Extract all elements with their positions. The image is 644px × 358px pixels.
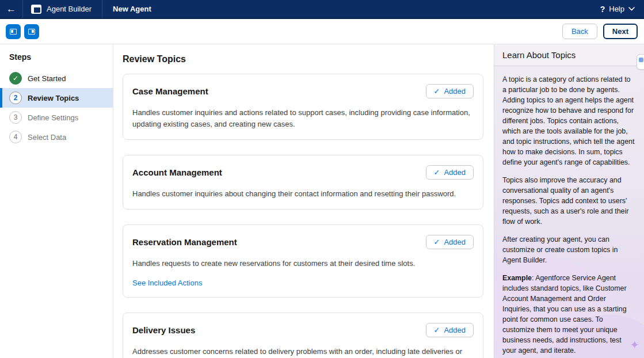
page-title: Review Topics	[123, 54, 483, 64]
help-paragraph: Topics also improve the accuracy and con…	[502, 176, 635, 227]
topic-card-header: Account Management ✓ Added	[132, 165, 474, 180]
panel-collapse-handle[interactable]	[637, 54, 644, 70]
main-content: Review Topics Case Management ✓ Added Ha…	[113, 44, 494, 358]
record-name: New Agent	[113, 5, 151, 13]
toggle-right-panel-button[interactable]	[24, 24, 39, 39]
topics-list: Case Management ✓ Added Handles customer…	[123, 74, 483, 358]
next-button[interactable]: Next	[603, 24, 638, 39]
topic-card-header: Reservation Management ✓ Added	[132, 235, 474, 249]
help-label: Help	[609, 5, 624, 13]
check-icon: ✓	[434, 326, 440, 334]
step-item-define-settings[interactable]: 3 Define Settings	[0, 108, 113, 127]
chevron-down-icon	[628, 7, 635, 11]
topic-description: Handles requests to create new reservati…	[132, 258, 474, 269]
topic-name: Case Management	[132, 86, 208, 96]
left-panel-icon	[10, 29, 17, 35]
steps-title: Steps	[9, 52, 104, 62]
topic-added-button[interactable]: ✓ Added	[426, 235, 474, 249]
step-label: Review Topics	[28, 94, 79, 102]
right-panel-icon	[28, 29, 35, 35]
check-icon: ✓	[434, 168, 440, 177]
topic-status-label: Added	[444, 238, 466, 246]
step-indicator: 3	[9, 111, 22, 124]
step-item-review-topics[interactable]: 2 Review Topics	[0, 88, 113, 108]
topic-card: Account Management ✓ Added Handles custo…	[123, 155, 483, 210]
app-title-section: Agent Builder	[23, 0, 102, 18]
topic-added-button[interactable]: ✓ Added	[426, 165, 474, 180]
record-name-tab: New Agent	[102, 0, 162, 18]
top-navbar: ← Agent Builder New Agent ? Help	[0, 0, 644, 19]
example-text: : Agentforce Service Agent includes stan…	[502, 274, 627, 355]
action-toolbar: Back Next	[0, 19, 644, 44]
step-indicator: ✓	[9, 72, 22, 85]
topic-description: Handles customer inquiries and actions r…	[132, 107, 474, 130]
topic-added-button[interactable]: ✓ Added	[426, 84, 474, 98]
topic-description: Addresses customer concerns related to d…	[132, 346, 474, 358]
topic-card-header: Delivery Issues ✓ Added	[132, 323, 474, 337]
steps-list: ✓ Get Started 2 Review Topics 3 Define S…	[0, 68, 113, 147]
help-panel-title: Learn About Topics	[494, 44, 644, 66]
help-icon: ?	[600, 5, 605, 14]
help-panel-body: A topic is a category of actions related…	[494, 66, 644, 358]
help-paragraph: A topic is a category of actions related…	[502, 75, 635, 168]
step-item-select-data[interactable]: 4 Select Data	[0, 127, 113, 147]
check-icon: ✓	[434, 238, 440, 246]
topic-description: Handles customer inquiries about changin…	[132, 188, 474, 200]
help-example-paragraph: Example: Agentforce Service Agent includ…	[502, 273, 635, 356]
help-paragraph: After creating your agent, you can custo…	[502, 235, 635, 266]
step-label: Define Settings	[28, 113, 78, 122]
app-name: Agent Builder	[47, 5, 92, 13]
topic-added-button[interactable]: ✓ Added	[426, 323, 474, 337]
back-arrow-icon: ←	[6, 3, 16, 15]
topic-name: Delivery Issues	[132, 325, 195, 335]
steps-sidebar: Steps ✓ Get Started 2 Review Topics 3 De…	[0, 44, 113, 358]
topic-card-header: Case Management ✓ Added	[132, 84, 474, 98]
topic-card: Reservation Management ✓ Added Handles r…	[123, 224, 483, 297]
topic-status-label: Added	[444, 326, 466, 334]
step-indicator: 2	[9, 92, 22, 104]
topic-card: Case Management ✓ Added Handles customer…	[123, 74, 483, 140]
step-item-get-started[interactable]: ✓ Get Started	[0, 68, 113, 88]
see-included-actions-link[interactable]: See Included Actions	[132, 279, 202, 287]
back-arrow-button[interactable]: ←	[0, 0, 23, 18]
step-indicator: 4	[9, 131, 22, 143]
topic-status-label: Added	[444, 87, 466, 96]
back-button[interactable]: Back	[562, 24, 597, 39]
topic-name: Account Management	[132, 167, 222, 177]
agent-builder-icon	[31, 5, 41, 14]
check-icon: ✓	[434, 87, 440, 96]
topic-card: Delivery Issues ✓ Added Addresses custom…	[123, 313, 483, 358]
topic-name: Reservation Management	[132, 237, 237, 247]
toggle-left-panel-button[interactable]	[6, 24, 21, 39]
step-label: Select Data	[28, 133, 66, 142]
topic-status-label: Added	[444, 168, 466, 177]
step-label: Get Started	[28, 74, 66, 83]
help-menu[interactable]: ? Help	[600, 0, 644, 18]
learn-about-topics-panel: ✦ ✦ Learn About Topics A topic is a cate…	[494, 44, 644, 358]
example-label: Example	[502, 274, 532, 282]
